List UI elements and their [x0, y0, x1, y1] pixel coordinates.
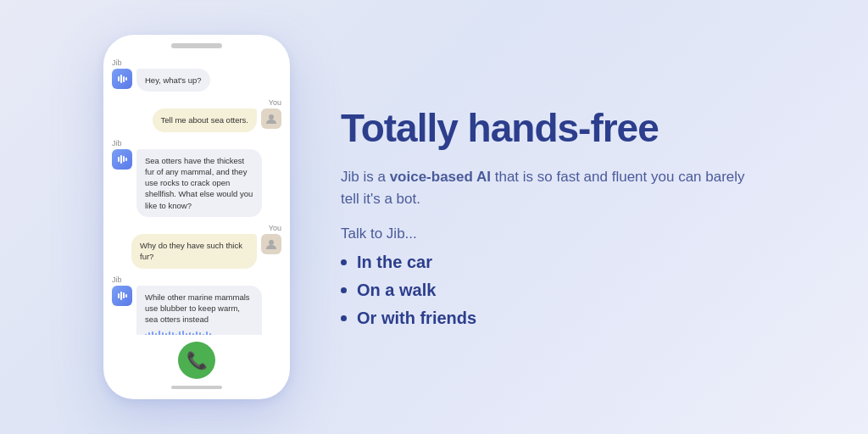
feature-list: In the car On a walk Or with friends [341, 253, 765, 328]
user-bubble-1: Tell me about sea otters. [153, 108, 258, 131]
list-item-1: In the car [341, 253, 765, 272]
call-button[interactable]: 📞 [178, 342, 215, 379]
sender-label: Jib [112, 139, 281, 147]
svg-point-0 [269, 114, 274, 120]
jib-avatar-3 [112, 286, 132, 306]
list-item-3: Or with friends [341, 309, 765, 328]
jib-bubble-3: While other marine mammals use blubber t… [136, 286, 262, 335]
main-container: Jib Hey, what's up? You [53, 35, 815, 399]
description: Jib is a voice-based AI that is so fast … [341, 166, 765, 211]
jib-avatar-2 [112, 149, 132, 170]
bubble-row: Sea otters have the thickest fur of any … [112, 149, 281, 217]
user-avatar [261, 108, 281, 129]
bullet-dot-2 [341, 287, 347, 293]
list-item-label-3: Or with friends [357, 309, 476, 328]
message-row-4: You Why do they have such thick fur? [112, 224, 281, 269]
bubble-row: Tell me about sea otters. [112, 108, 281, 131]
message-row-2: You Tell me about sea otters. [112, 98, 281, 131]
home-bar [171, 386, 222, 389]
audio-waveform [145, 329, 253, 335]
user-bubble-2: Why do they have such thick fur? [131, 234, 257, 269]
sender-label: You [112, 98, 281, 107]
headline: Totally hands-free [341, 106, 765, 151]
talk-to-label: Talk to Jib... [341, 225, 765, 242]
phone-notch [171, 43, 222, 48]
jib-avatar [112, 69, 132, 89]
message-row-1: Jib Hey, what's up? [112, 58, 281, 92]
bubble-row: Why do they have such thick fur? [112, 234, 281, 269]
message-row-3: Jib Sea otters have the thickest fur of … [112, 139, 281, 217]
bubble-row: While other marine mammals use blubber t… [112, 286, 281, 335]
wave-icon [118, 75, 127, 83]
jib-bubble-1: Hey, what's up? [136, 69, 210, 92]
bold-text: voice-based AI [390, 169, 491, 185]
right-content: Totally hands-free Jib is a voice-based … [341, 106, 765, 329]
sender-label: Jib [112, 275, 281, 284]
wave-icon-3 [118, 292, 127, 300]
phone-mockup: Jib Hey, what's up? You [103, 35, 290, 399]
svg-point-1 [269, 240, 274, 245]
user-avatar-2 [261, 234, 281, 254]
sender-label: Jib [112, 58, 281, 67]
phone-icon: 📞 [186, 350, 208, 370]
bubble-row: Hey, what's up? [112, 69, 281, 92]
message-row-5: Jib While other marine mammals use blubb… [112, 275, 281, 335]
chat-area: Jib Hey, what's up? You [103, 52, 290, 335]
sender-label: You [112, 224, 281, 232]
bullet-dot-3 [341, 315, 347, 321]
wave-icon-2 [118, 155, 127, 164]
list-item-label-1: In the car [357, 253, 432, 272]
bullet-dot-1 [341, 259, 347, 265]
list-item-2: On a walk [341, 281, 765, 300]
phone-bottom: 📞 [103, 335, 290, 399]
jib-bubble-2: Sea otters have the thickest fur of any … [136, 149, 262, 217]
list-item-label-2: On a walk [357, 281, 436, 300]
